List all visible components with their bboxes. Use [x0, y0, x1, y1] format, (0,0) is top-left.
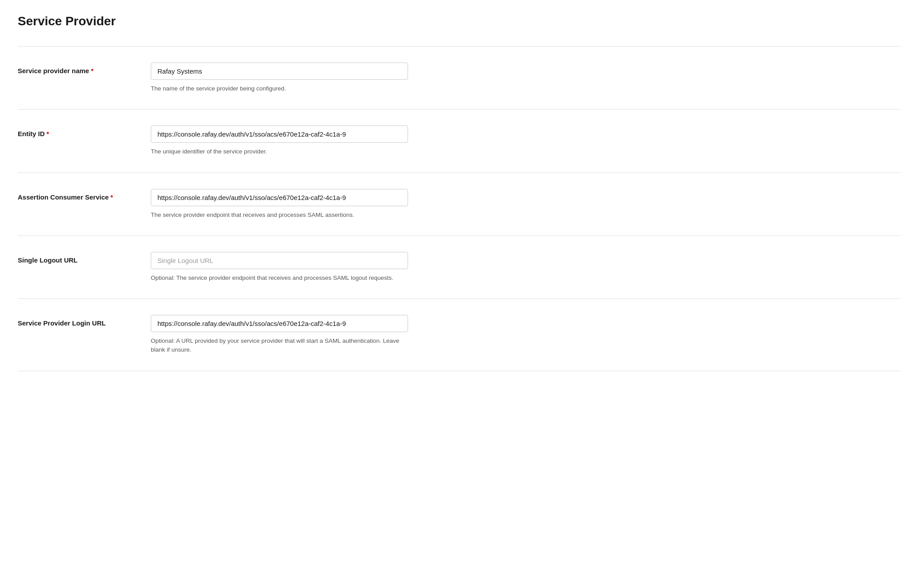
- field-label-text-assertion-consumer-service: Assertion Consumer Service: [18, 193, 109, 201]
- field-label-service-provider-login-url: Service Provider Login URL: [18, 319, 133, 327]
- input-col-service-provider-login-url: Optional: A URL provided by your service…: [151, 315, 408, 355]
- form-section-entity-id: Entity ID *The unique identifier of the …: [18, 109, 900, 172]
- form-section-single-logout-url: Single Logout URLOptional: The service p…: [18, 235, 900, 298]
- input-col-entity-id: The unique identifier of the service pro…: [151, 125, 408, 156]
- page-title: Service Provider: [18, 14, 900, 28]
- field-label-service-provider-name: Service provider name *: [18, 67, 133, 74]
- field-label-entity-id: Entity ID *: [18, 130, 133, 137]
- label-col-service-provider-name: Service provider name *: [18, 63, 133, 74]
- form-container: Service provider name *The name of the s…: [18, 46, 900, 371]
- field-description-entity-id: The unique identifier of the service pro…: [151, 147, 408, 156]
- input-col-single-logout-url: Optional: The service provider endpoint …: [151, 252, 408, 282]
- input-col-service-provider-name: The name of the service provider being c…: [151, 63, 408, 93]
- field-description-assertion-consumer-service: The service provider endpoint that recei…: [151, 211, 408, 220]
- required-star-entity-id: *: [47, 130, 49, 137]
- field-label-text-service-provider-name: Service provider name: [18, 67, 89, 74]
- form-section-service-provider-login-url: Service Provider Login URLOptional: A UR…: [18, 298, 900, 371]
- field-description-single-logout-url: Optional: The service provider endpoint …: [151, 274, 408, 282]
- required-star-assertion-consumer-service: *: [110, 193, 113, 201]
- input-assertion-consumer-service[interactable]: [151, 189, 408, 206]
- form-section-service-provider-name: Service provider name *The name of the s…: [18, 46, 900, 109]
- field-label-text-entity-id: Entity ID: [18, 130, 45, 137]
- label-col-service-provider-login-url: Service Provider Login URL: [18, 315, 133, 327]
- field-label-single-logout-url: Single Logout URL: [18, 256, 133, 264]
- form-section-assertion-consumer-service: Assertion Consumer Service *The service …: [18, 172, 900, 235]
- field-description-service-provider-login-url: Optional: A URL provided by your service…: [151, 337, 408, 355]
- field-label-assertion-consumer-service: Assertion Consumer Service *: [18, 193, 133, 201]
- required-star-service-provider-name: *: [91, 67, 94, 74]
- input-service-provider-login-url[interactable]: [151, 315, 408, 332]
- label-col-assertion-consumer-service: Assertion Consumer Service *: [18, 189, 133, 201]
- label-col-entity-id: Entity ID *: [18, 125, 133, 137]
- input-single-logout-url[interactable]: [151, 252, 408, 269]
- field-label-text-single-logout-url: Single Logout URL: [18, 256, 78, 264]
- input-entity-id[interactable]: [151, 125, 408, 143]
- field-description-service-provider-name: The name of the service provider being c…: [151, 84, 408, 93]
- label-col-single-logout-url: Single Logout URL: [18, 252, 133, 264]
- field-label-text-service-provider-login-url: Service Provider Login URL: [18, 319, 106, 327]
- input-col-assertion-consumer-service: The service provider endpoint that recei…: [151, 189, 408, 220]
- input-service-provider-name[interactable]: [151, 63, 408, 80]
